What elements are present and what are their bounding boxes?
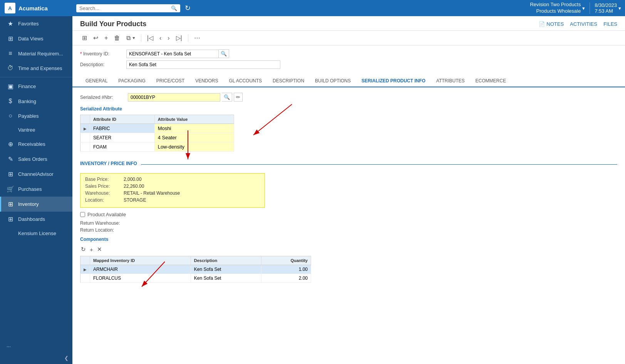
collapse-icon: ❮ — [64, 355, 69, 361]
add-btn[interactable]: + — [102, 33, 110, 43]
inventory-icon: ⊞ — [7, 200, 14, 208]
last-btn[interactable]: ▷| — [174, 33, 184, 43]
topbar-right: Revision Two Products Products Wholesale… — [530, 2, 621, 15]
inventory-id-label: Inventory ID: — [80, 51, 126, 57]
col-attribute-value-header: Attribute Value — [154, 115, 234, 124]
date-info[interactable]: 8/30/2023 7:53 AM ▾ — [590, 2, 621, 14]
col-quantity-header: Quantity — [261, 256, 311, 265]
tab-attributes[interactable]: ATTRIBUTES — [431, 75, 470, 87]
first-btn[interactable]: |◁ — [145, 33, 155, 43]
sidebar-item-label: Time and Expenses — [18, 65, 62, 71]
tab-gl-accounts[interactable]: GL ACCOUNTS — [224, 75, 268, 87]
sidebar-item-label: Receivables — [18, 141, 45, 147]
delete-btn[interactable]: 🗑 — [112, 33, 122, 43]
sidebar-item-label: Vantree — [18, 127, 35, 133]
sidebar: A Acumatica ★ Favorites ⊞ Data Views ≡ M… — [0, 0, 72, 364]
sidebar-item-payables[interactable]: ○ Payables — [0, 109, 72, 123]
sidebar-item-sales-orders[interactable]: ✎ Sales Orders — [0, 152, 72, 167]
table-row[interactable]: ▶ ARMCHAIR Ken Sofa Set 1.00 — [80, 265, 311, 274]
page-title: Build Your Products — [80, 20, 146, 28]
more-label: ... — [7, 342, 11, 348]
sidebar-collapse-btn[interactable]: ❮ — [0, 352, 72, 364]
table-row[interactable]: FOAM Low-density — [80, 142, 234, 152]
sidebar-item-label: Purchases — [18, 186, 42, 192]
sidebar-logo[interactable]: A Acumatica — [0, 0, 72, 16]
comp-refresh-btn[interactable]: ↻ — [80, 245, 87, 254]
sidebar-item-more[interactable]: ... — [0, 339, 72, 352]
serial-number-edit-btn[interactable]: ✏ — [234, 93, 243, 102]
row-expander-comp[interactable]: ▶ — [80, 265, 90, 274]
inv-price-header: INVENTORY / PRICE INFO — [80, 159, 617, 169]
copy-btn[interactable]: ⧉ ▾ — [124, 33, 137, 43]
return-section: Return Warehouse: Return Location: — [80, 220, 617, 233]
prev-btn[interactable]: ‹ — [158, 33, 163, 43]
sidebar-item-favorites[interactable]: ★ Favorites — [0, 16, 72, 31]
sidebar-item-finance[interactable]: ▣ Finance — [0, 79, 72, 94]
sidebar-item-data-views[interactable]: ⊞ Data Views — [0, 31, 72, 46]
col-expander-header-comp — [80, 256, 90, 265]
comp-delete-btn[interactable]: ✕ — [96, 245, 103, 254]
toolbar-separator — [141, 34, 141, 42]
table-row[interactable]: ▶ FABRIC Moshi — [80, 124, 234, 133]
product-available-checkbox[interactable] — [80, 212, 85, 217]
location-value: STORAGE — [124, 197, 146, 203]
inventory-id-search-btn[interactable]: 🔍 — [219, 49, 229, 58]
notes-btn[interactable]: 📄 NOTES — [539, 21, 564, 27]
refresh-icon[interactable]: ↻ — [185, 4, 191, 12]
more-actions-btn[interactable]: ⋯ — [192, 33, 202, 43]
tab-serialized-product-info[interactable]: SERIALIZED PRODUCT INFO — [356, 75, 431, 87]
tab-ecommerce[interactable]: ECOMMERCE — [470, 75, 511, 87]
tab-description[interactable]: DESCRIPTION — [267, 75, 310, 87]
serial-number-search-btn[interactable]: 🔍 — [222, 93, 232, 102]
sidebar-item-label: Data Views — [18, 36, 44, 42]
next-btn[interactable]: › — [166, 33, 171, 43]
search-box[interactable]: 🔍 — [76, 4, 180, 12]
sidebar-item-label: Sales Orders — [18, 156, 47, 162]
col-description-header: Description — [191, 256, 261, 265]
circle-icon: ○ — [7, 112, 14, 119]
sidebar-item-time-expenses[interactable]: ⏱ Time and Expenses — [0, 61, 72, 75]
files-btn[interactable]: FILES — [603, 21, 617, 27]
tab-build-options[interactable]: BUILD OPTIONS — [310, 75, 356, 87]
sidebar-item-vantree[interactable]: Vantree — [0, 123, 72, 137]
logo-text: Acumatica — [18, 5, 48, 12]
inventory-id-input[interactable] — [126, 50, 219, 58]
search-input[interactable] — [79, 5, 169, 11]
serial-number-row: Serialized #Nbr: 🔍 ✏ — [80, 93, 617, 102]
company-info[interactable]: Revision Two Products Products Wholesale… — [530, 2, 585, 15]
tab-packaging[interactable]: PACKAGING — [113, 75, 151, 87]
return-location-label: Return Location: — [80, 227, 130, 233]
sidebar-item-kensium-license[interactable]: Kensium License — [0, 227, 72, 240]
description-input[interactable] — [126, 60, 280, 69]
sidebar-item-dashboards[interactable]: ⊞ Dashboards — [0, 212, 72, 227]
sidebar-item-banking[interactable]: $ Banking — [0, 94, 72, 109]
comp-description-cell: Ken Sofa Set — [191, 274, 261, 283]
table-row[interactable]: FLORALCUS Ken Sofa Set 2.00 — [80, 274, 311, 283]
table-row[interactable]: SEATER 4 Seater — [80, 133, 234, 142]
save-btn[interactable]: ⊞ — [80, 33, 89, 43]
tab-general[interactable]: GENERAL — [80, 75, 113, 87]
tab-vendors[interactable]: VENDORS — [190, 75, 223, 87]
sidebar-item-material-req[interactable]: ≡ Material Requirem... — [0, 46, 72, 61]
row-expander[interactable]: ▶ — [80, 124, 90, 133]
sidebar-divider — [0, 77, 72, 77]
comp-quantity-cell: 1.00 — [261, 265, 311, 274]
serial-number-input[interactable] — [128, 93, 220, 102]
page-header: Build Your Products 📄 NOTES ACTIVITIES F… — [72, 16, 625, 31]
attribute-value-cell: Moshi — [154, 124, 234, 133]
inventory-price-box: Base Price: 2,000.00 Sales Price: 22,260… — [80, 173, 265, 208]
sidebar-item-inventory[interactable]: ⊞ Inventory — [0, 197, 72, 212]
serialized-attribute-section: Serialized Attribute Attribute ID — [80, 106, 617, 152]
undo-btn[interactable]: ↩ — [91, 33, 100, 43]
tab-price-cost[interactable]: PRICE/COST — [151, 75, 190, 87]
record-toolbar: ⊞ ↩ + 🗑 ⧉ ▾ |◁ ‹ › ▷| ⋯ — [72, 31, 625, 45]
return-warehouse-label: Return Warehouse: — [80, 220, 130, 226]
sidebar-item-receivables[interactable]: ⊕ Receivables — [0, 137, 72, 152]
sidebar-item-purchases[interactable]: 🛒 Purchases — [0, 182, 72, 197]
activities-btn[interactable]: ACTIVITIES — [570, 21, 597, 27]
comp-add-btn[interactable]: + — [89, 245, 94, 254]
sidebar-item-channel-advisor[interactable]: ⊞ ChannelAdvisor — [0, 167, 72, 182]
dashboard-icon: ⊞ — [7, 215, 14, 223]
chevron-down-icon: ▾ — [582, 5, 585, 11]
base-price-label: Base Price: — [85, 177, 124, 182]
